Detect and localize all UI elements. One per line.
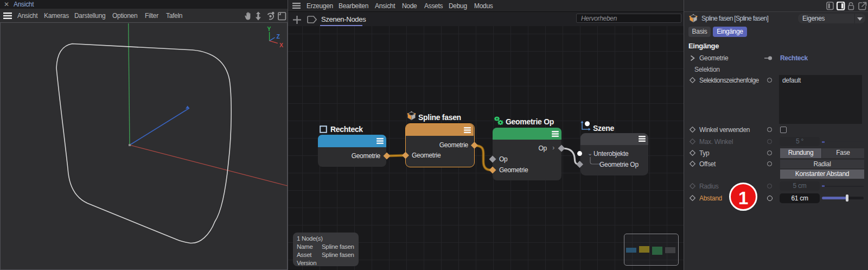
- svg-text:Z: Z: [277, 33, 280, 40]
- svg-text:X: X: [279, 42, 283, 48]
- svg-text:Y: Y: [267, 26, 271, 32]
